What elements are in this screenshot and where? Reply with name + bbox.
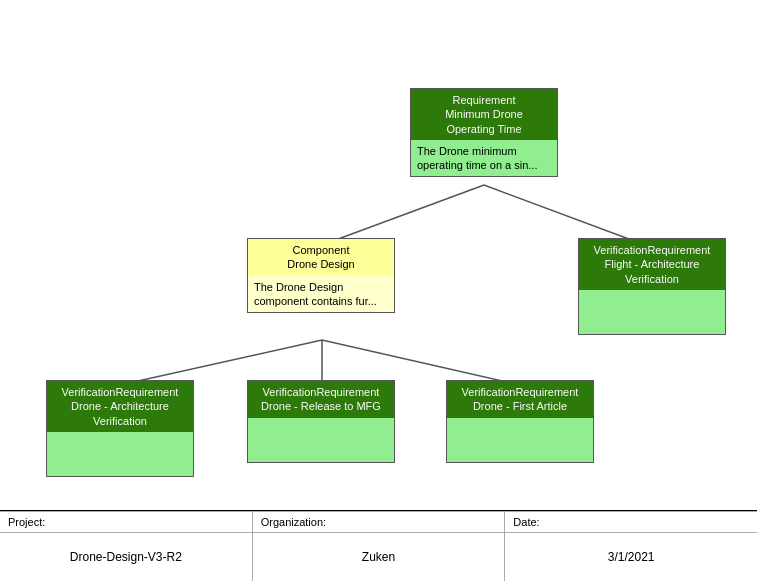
vr-arch-line3: Verification xyxy=(93,415,147,427)
footer-project-label: Project: xyxy=(0,512,252,533)
vr-first-line2: Drone - First Article xyxy=(473,400,567,412)
requirement-card[interactable]: Requirement Minimum Drone Operating Time… xyxy=(410,88,558,177)
comp-line1: Component xyxy=(293,244,350,256)
svg-line-4 xyxy=(322,340,520,385)
vr-release-line2: Drone - Release to MFG xyxy=(261,400,381,412)
component-drone-design-card[interactable]: Component Drone Design The Drone Design … xyxy=(247,238,395,313)
vr-first-header: VerificationRequirement Drone - First Ar… xyxy=(447,381,593,418)
footer-date-cell: Date: 3/1/2021 xyxy=(505,512,757,581)
vr-drone-arch-body xyxy=(47,432,193,476)
vr-first-body xyxy=(447,418,593,462)
component-card-body: The Drone Design component contains fur.… xyxy=(248,276,394,313)
comp-body-text: The Drone Design component contains fur.… xyxy=(254,281,377,307)
svg-line-1 xyxy=(484,185,645,245)
req-line2: Minimum Drone xyxy=(445,108,523,120)
svg-line-0 xyxy=(322,185,484,245)
vr-flight-line2: Flight - Architecture xyxy=(605,258,700,270)
comp-line2: Drone Design xyxy=(287,258,354,270)
req-body-text: The Drone minimum operating time on a si… xyxy=(417,145,537,171)
component-card-header: Component Drone Design xyxy=(248,239,394,276)
vr-arch-line1: VerificationRequirement xyxy=(62,386,179,398)
vr-drone-first-card[interactable]: VerificationRequirement Drone - First Ar… xyxy=(446,380,594,463)
requirement-card-header: Requirement Minimum Drone Operating Time xyxy=(411,89,557,140)
vr-flight-line3: Verification xyxy=(625,273,679,285)
vr-release-line1: VerificationRequirement xyxy=(263,386,380,398)
req-line3: Operating Time xyxy=(446,123,521,135)
footer-org-cell: Organization: Zuken xyxy=(253,512,506,581)
footer-project-value: Drone-Design-V3-R2 xyxy=(0,533,252,581)
footer-project-cell: Project: Drone-Design-V3-R2 xyxy=(0,512,253,581)
footer-org-value: Zuken xyxy=(253,533,505,581)
req-line1: Requirement xyxy=(453,94,516,106)
vr-drone-release-card[interactable]: VerificationRequirement Drone - Release … xyxy=(247,380,395,463)
vr-flight-card-body xyxy=(579,290,725,334)
footer-date-value: 3/1/2021 xyxy=(505,533,757,581)
requirement-card-body: The Drone minimum operating time on a si… xyxy=(411,140,557,177)
vr-release-body xyxy=(248,418,394,462)
vr-release-header: VerificationRequirement Drone - Release … xyxy=(248,381,394,418)
vr-arch-line2: Drone - Architecture xyxy=(71,400,169,412)
vr-flight-line1: VerificationRequirement xyxy=(594,244,711,256)
vr-flight-card-header: VerificationRequirement Flight - Archite… xyxy=(579,239,725,290)
footer-date-label: Date: xyxy=(505,512,757,533)
vr-flight-arch-card[interactable]: VerificationRequirement Flight - Archite… xyxy=(578,238,726,335)
svg-line-2 xyxy=(120,340,322,385)
vr-drone-arch-card[interactable]: VerificationRequirement Drone - Architec… xyxy=(46,380,194,477)
diagram-area: Requirement Minimum Drone Operating Time… xyxy=(0,0,757,510)
footer: Project: Drone-Design-V3-R2 Organization… xyxy=(0,511,757,581)
footer-org-label: Organization: xyxy=(253,512,505,533)
vr-drone-arch-header: VerificationRequirement Drone - Architec… xyxy=(47,381,193,432)
vr-first-line1: VerificationRequirement xyxy=(462,386,579,398)
